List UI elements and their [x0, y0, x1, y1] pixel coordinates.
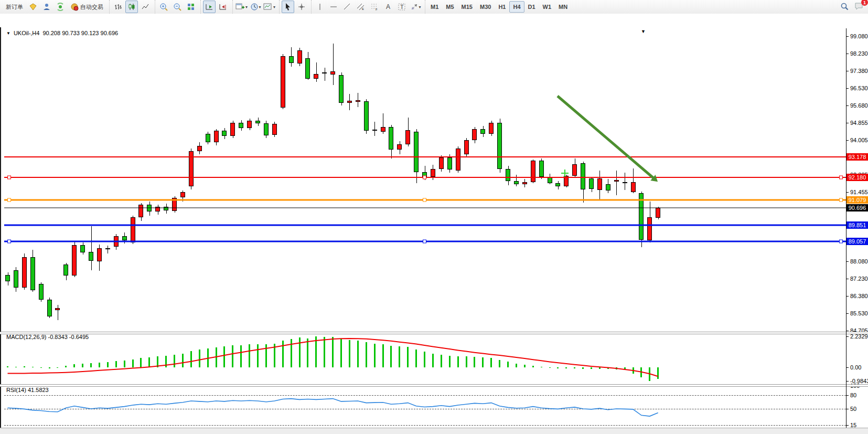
crosshair-icon[interactable] [295, 1, 308, 13]
period-icon[interactable]: ▾ [249, 1, 262, 13]
candle-wick [91, 226, 92, 270]
candle [272, 124, 277, 135]
macd-histogram-bar [441, 355, 442, 367]
trendline-icon[interactable] [341, 1, 353, 13]
line-selection-handle[interactable] [7, 175, 11, 179]
macd-histogram-bar [307, 338, 308, 368]
line-selection-handle[interactable] [839, 198, 843, 202]
timeframe-h4[interactable]: H4 [509, 1, 524, 13]
tile-windows-icon[interactable] [185, 1, 197, 13]
macd-histogram-bar [432, 354, 434, 367]
mt4-window: 新订单 自动交易 ▾ ▾ ▾ [0, 0, 868, 434]
horizontal-line-object[interactable] [4, 207, 846, 208]
timeframe-m15[interactable]: M15 [458, 1, 476, 13]
candle [138, 205, 143, 217]
timeframe-h1[interactable]: H1 [495, 1, 509, 13]
equidistant-channel-icon[interactable]: E [355, 1, 367, 13]
candle [439, 157, 444, 169]
line-selection-handle[interactable] [423, 198, 426, 202]
line-selection-handle[interactable] [839, 175, 843, 179]
candle [330, 71, 335, 75]
text-icon[interactable]: A [382, 1, 394, 13]
bar-chart-icon[interactable] [112, 1, 124, 13]
line-selection-handle[interactable] [423, 239, 426, 243]
toolbar-group-windows: ▾ ▾ ▾ [232, 0, 278, 14]
macd-histogram-bar [640, 367, 642, 377]
candle [63, 264, 68, 276]
line-chart-icon[interactable] [139, 1, 152, 13]
candle [222, 131, 227, 136]
timeframe-m30[interactable]: M30 [476, 1, 495, 13]
candle-wick [108, 246, 108, 254]
candle [623, 182, 627, 183]
pane-separator-rsi[interactable] [0, 384, 868, 387]
macd-histogram-bar [257, 344, 259, 367]
line-selection-handle[interactable] [7, 198, 11, 202]
vertical-line-icon[interactable] [314, 1, 326, 13]
toolbar-group-charttype [109, 0, 154, 14]
macd-histogram-bar [148, 357, 150, 367]
line-selection-handle[interactable] [423, 175, 426, 179]
candlestick-chart-icon[interactable] [125, 1, 138, 13]
candle [539, 161, 544, 177]
new-order-button[interactable]: 新订单 [3, 1, 26, 13]
candle [597, 178, 602, 190]
search-icon[interactable] [840, 2, 849, 12]
candle [5, 275, 10, 281]
cursor-icon[interactable] [282, 1, 294, 13]
candle [589, 178, 594, 189]
new-chart-icon[interactable]: ▾ [235, 1, 248, 13]
chart-shift-icon[interactable] [217, 1, 229, 13]
timeframe-d1[interactable]: D1 [524, 1, 539, 13]
macd-histogram-bar [216, 347, 217, 367]
profile-icon[interactable] [40, 1, 53, 13]
macd-histogram-bar [516, 364, 517, 367]
timeframe-mn[interactable]: MN [555, 1, 571, 13]
templates-icon[interactable]: ▾ [263, 1, 276, 13]
auto-trading-button[interactable]: 自动交易 [68, 1, 106, 13]
rsi-level-line [4, 425, 846, 426]
gem-icon[interactable] [27, 1, 39, 13]
macd-histogram-bar [99, 363, 100, 367]
chart-area[interactable]: ▼ UKOil-,H4 90.208 90.733 90.123 90.696 … [0, 14, 868, 428]
macd-histogram-bar [165, 356, 167, 367]
pane-separator-macd[interactable] [0, 332, 868, 334]
macd-histogram-bar [132, 359, 134, 367]
svg-text:F: F [376, 8, 378, 11]
timeframe-m5[interactable]: M5 [442, 1, 457, 13]
rsi-tick-label: 15 [850, 422, 856, 428]
toolbar-group-zoom [155, 0, 199, 14]
macd-histogram-bar [466, 356, 467, 367]
new-order-label: 新订单 [6, 3, 23, 11]
signal-icon[interactable] [54, 1, 67, 13]
timeframe-m1[interactable]: M1 [427, 1, 442, 13]
macd-histogram-bar [324, 337, 325, 367]
candle [297, 50, 302, 63]
auto-scroll-icon[interactable] [203, 1, 216, 13]
candle [464, 140, 469, 154]
svg-text:T: T [400, 4, 404, 10]
fibonacci-icon[interactable]: F [368, 1, 381, 13]
horizontal-line-icon[interactable] [327, 1, 340, 13]
candle [531, 161, 535, 182]
chat-button[interactable]: 1 [854, 2, 864, 12]
timeframe-w1[interactable]: W1 [539, 1, 555, 13]
macd-histogram-bar [182, 354, 184, 367]
svg-text:A: A [386, 3, 390, 10]
chart-dropdown-icon[interactable]: ▼ [6, 31, 10, 36]
text-label-icon[interactable]: T [395, 1, 408, 13]
line-selection-handle[interactable] [7, 239, 11, 243]
horizontal-line-object[interactable] [4, 156, 846, 157]
macd-histogram-bar [624, 367, 626, 370]
toolbar-right: 1 [840, 2, 868, 12]
zoom-in-icon[interactable] [157, 1, 170, 13]
line-selection-handle[interactable] [839, 239, 843, 243]
horizontal-line-object[interactable] [4, 224, 846, 226]
candle [656, 208, 660, 218]
candle [347, 101, 352, 103]
chart-shift-marker[interactable]: ▼ [641, 29, 646, 34]
status-bar [0, 428, 868, 434]
zoom-out-icon[interactable] [171, 1, 184, 13]
arrows-icon[interactable]: ▾ [409, 1, 422, 13]
candle-wick [58, 305, 58, 320]
